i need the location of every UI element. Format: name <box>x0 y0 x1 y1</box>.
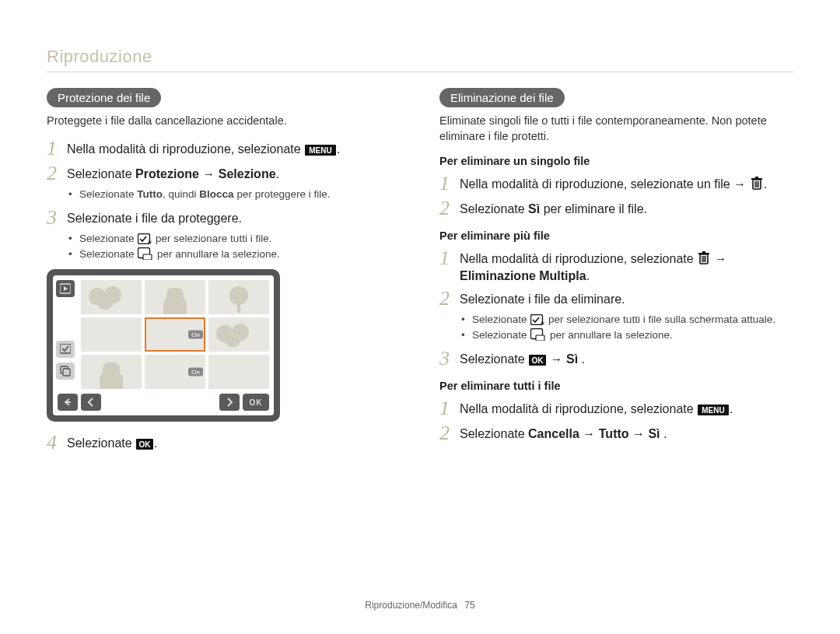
col-left: Protezione dei file Proteggete i file da… <box>47 88 401 456</box>
steps-all: 1 Nella modalità di riproduzione, selezi… <box>439 398 793 443</box>
thumb-cell <box>208 355 269 389</box>
steps-multi: 1 Nella modalità di riproduzione, selezi… <box>439 248 793 309</box>
pill-eliminazione: Eliminazione dei file <box>439 88 565 107</box>
thumb-grid: On On <box>81 280 269 389</box>
thumb-cell <box>81 280 142 314</box>
step-text: Selezionate Sì per eliminare il file. <box>460 198 793 219</box>
list-item: Selezionate per selezionare tutti i file… <box>68 231 401 247</box>
list-item: 1 Nella modalità di riproduzione, selezi… <box>439 398 793 419</box>
play-icon <box>56 280 75 297</box>
select-all-icon <box>56 341 75 358</box>
steps-protezione: 1 Nella modalità di riproduzione, selezi… <box>47 138 401 184</box>
right-arrow-icon <box>219 394 240 411</box>
thumb-cell <box>145 280 205 314</box>
step-number: 1 <box>439 248 460 284</box>
thumb-cell: On <box>145 355 205 389</box>
step-text: Nella modalità di riproduzione, selezion… <box>460 173 793 194</box>
thumb-side-buttons <box>56 280 75 380</box>
sub-bullets: Selezionate Tutto, quindi Blocca per pro… <box>47 187 401 202</box>
step-text: Selezionate i file da eliminare. <box>460 289 793 309</box>
steps-multi-end: 3 Selezionate → Sì . <box>439 349 793 369</box>
left-arrow-icon <box>81 394 101 411</box>
step-text: Selezionate Cancella → Tutto → Sì . <box>460 423 793 443</box>
list-item: 2 Selezionate Protezione → Selezione. <box>47 163 401 184</box>
menu-icon <box>305 145 336 156</box>
step-number: 3 <box>439 349 460 369</box>
step-number: 1 <box>439 398 460 419</box>
ok-icon <box>529 355 546 366</box>
footer-section: Riproduzione/Modifica <box>365 600 457 611</box>
step-number: 1 <box>439 173 460 194</box>
trash-icon <box>751 177 763 191</box>
intro-eliminazione: Eliminate singoli file o tutti i file co… <box>439 114 793 144</box>
thumb-cell-selected: On <box>145 317 205 352</box>
list-item: Selezionate per annullare la selezione. <box>461 328 793 343</box>
thumbnail-illustration: On On OK <box>47 269 280 422</box>
intro-protezione: Proteggete i file dalla cancellazione ac… <box>47 114 401 129</box>
step-text: Selezionate i file da proteggere. <box>67 208 401 228</box>
select-all-icon <box>138 233 152 244</box>
thumb-cell <box>208 280 269 314</box>
list-item: Selezionate per annullare la selezione. <box>68 247 401 262</box>
step-number: 3 <box>47 208 67 228</box>
header-divider <box>47 72 793 72</box>
step-text: Nella modalità di riproduzione, selezion… <box>460 398 793 419</box>
page-title: Riproduzione <box>47 47 793 67</box>
thumb-bottom-bar: OK <box>58 394 269 411</box>
list-item: 3 Selezionate → Sì . <box>439 349 793 369</box>
step-number: 2 <box>439 423 460 443</box>
ok-icon: OK <box>243 394 269 411</box>
heading-single-file: Per eliminare un singolo file <box>439 155 793 167</box>
step-number: 1 <box>47 138 67 159</box>
heading-multi-file: Per eliminare più file <box>439 229 793 242</box>
deselect-icon <box>138 247 153 260</box>
footer: Riproduzione/Modifica 75 <box>0 600 840 611</box>
deselect-icon <box>530 328 546 341</box>
list-item: 2 Selezionate i file da eliminare. <box>439 289 793 309</box>
list-item: 2 Selezionate Cancella → Tutto → Sì . <box>439 423 793 443</box>
step-text: Selezionate Protezione → Selezione. <box>67 163 401 184</box>
ok-icon <box>136 439 153 450</box>
step-text: Nella modalità di riproduzione, selezion… <box>460 248 793 284</box>
list-item: 2 Selezionate Sì per eliminare il file. <box>439 198 793 219</box>
step-text: Nella modalità di riproduzione, selezion… <box>67 138 401 159</box>
content-columns: Protezione dei file Proteggete i file da… <box>47 88 793 456</box>
step-text: Selezionate → Sì . <box>460 349 793 369</box>
thumb-cell <box>208 317 269 352</box>
sub-bullets: Selezionate per selezionare tutti i file… <box>439 312 793 342</box>
list-item: Selezionate Tutto, quindi Blocca per pro… <box>68 187 401 202</box>
back-icon <box>58 394 78 411</box>
steps-protezione-cont: 3 Selezionate i file da proteggere. <box>47 208 401 228</box>
thumb-cell <box>81 355 142 389</box>
step-number: 2 <box>439 289 460 309</box>
deselect-icon <box>56 363 75 380</box>
list-item: 1 Nella modalità di riproduzione, selezi… <box>47 138 401 159</box>
manual-page: Riproduzione Protezione dei file Protegg… <box>0 0 840 634</box>
menu-icon <box>698 405 729 415</box>
step-number: 4 <box>47 433 67 453</box>
step-text: Selezionate . <box>67 433 401 453</box>
list-item: 1 Nella modalità di riproduzione, selezi… <box>439 248 793 284</box>
steps-single: 1 Nella modalità di riproduzione, selezi… <box>439 173 793 219</box>
heading-all-files: Per eliminare tutti i file <box>439 380 793 392</box>
page-number: 75 <box>464 600 474 611</box>
list-item: 4 Selezionate . <box>47 433 401 453</box>
step-number: 2 <box>439 198 460 219</box>
trash-icon <box>698 251 710 265</box>
pill-protezione: Protezione dei file <box>47 88 161 107</box>
sub-bullets: Selezionate per selezionare tutti i file… <box>47 231 401 261</box>
steps-protezione-end: 4 Selezionate . <box>47 433 401 453</box>
step-number: 2 <box>47 163 67 184</box>
list-item: 3 Selezionate i file da proteggere. <box>47 208 401 228</box>
list-item: Selezionate per selezionare tutti i file… <box>461 312 793 328</box>
col-right: Eliminazione dei file Eliminate singoli … <box>439 88 793 456</box>
list-item: 1 Nella modalità di riproduzione, selezi… <box>439 173 793 194</box>
select-all-icon <box>530 314 544 325</box>
thumb-cell <box>81 317 142 352</box>
